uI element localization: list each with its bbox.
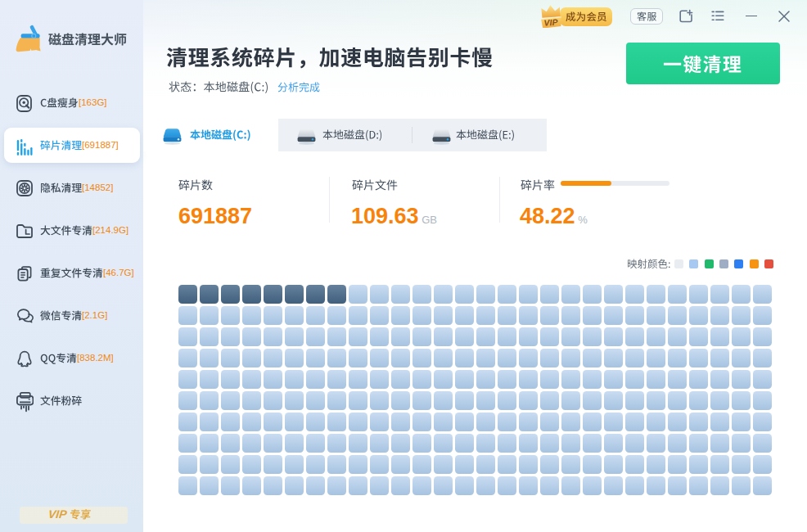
- svg-text:VIP: VIP: [543, 17, 559, 28]
